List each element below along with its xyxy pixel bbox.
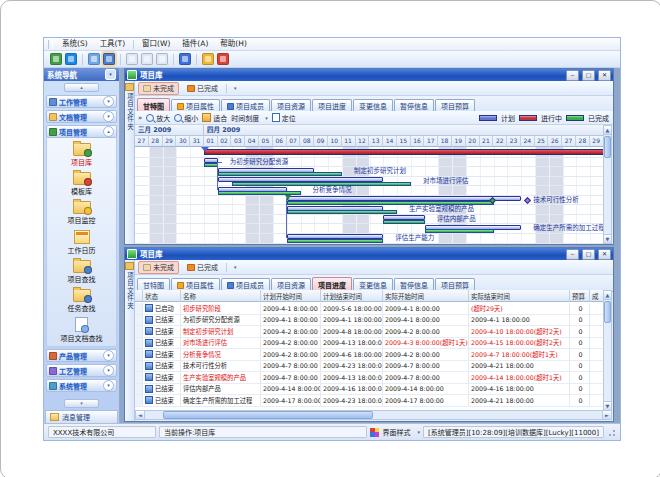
- menu-item-4[interactable]: 插件(A): [176, 38, 214, 50]
- scroll-thumb[interactable]: [163, 411, 373, 419]
- gantt-actual-bar-为初步研究分配资源[interactable]: [204, 163, 218, 167]
- table-window-side-tab[interactable]: 项目文件夹: [125, 260, 135, 421]
- tab-项目进度[interactable]: 项目进度: [312, 277, 352, 291]
- doc-delete-icon[interactable]: [156, 53, 168, 65]
- filter-已完成[interactable]: 已完成: [182, 261, 223, 274]
- chevron-down-icon[interactable]: ▾: [103, 380, 114, 391]
- sidebar-group-工作管理[interactable]: 工作管理▾: [46, 95, 117, 108]
- exit-icon[interactable]: [217, 53, 229, 65]
- menu-item-5[interactable]: 帮助(H): [214, 38, 253, 50]
- chevron-down-icon[interactable]: ▾: [103, 96, 114, 107]
- menu-item-2[interactable]: 工具(T): [94, 38, 131, 50]
- sidebar-collapse-bottom-button[interactable]: ▾: [64, 399, 99, 408]
- message-management-tab[interactable]: 消息管理: [45, 410, 118, 424]
- scroll-thumb[interactable]: [604, 136, 611, 158]
- restore-button[interactable]: ▢: [582, 249, 595, 260]
- gantt-vertical-scrollbar[interactable]: ▲▼: [603, 125, 612, 244]
- fit-button[interactable]: 适合: [202, 113, 227, 123]
- ui-style-dropdown-arrow[interactable]: ▾: [417, 429, 420, 435]
- filter-overflow-arrow[interactable]: ▾: [234, 264, 237, 270]
- sidebar-item-工作日历[interactable]: 工作日历: [68, 227, 96, 255]
- gantt-actual-bar-生产实验室规模的产品[interactable]: [287, 210, 397, 214]
- lock-icon[interactable]: [202, 53, 214, 65]
- sidebar-item-项目监控[interactable]: 项目监控: [68, 198, 96, 225]
- save-icon[interactable]: [103, 53, 115, 65]
- table-row[interactable]: 已结束对市场进行评估2009-4-2 8:00:002009-4-13 18:0…: [135, 338, 604, 350]
- scroll-up-button[interactable]: ▲: [604, 291, 611, 300]
- gantt-chart-area[interactable]: 为初步研究分配资源制定初步研究计划对市场进行评估分析竞争情况技术可行性分析生产实…: [135, 147, 604, 244]
- scroll-down-button[interactable]: ▼: [604, 234, 611, 243]
- sidebar-item-模板库[interactable]: 模板库: [71, 169, 92, 196]
- sidebar-group-工艺管理[interactable]: 工艺管理▾: [46, 364, 117, 377]
- zoom-out-button[interactable]: 缩小: [174, 113, 198, 123]
- column-header-实际结束时间[interactable]: 实际结束时间: [469, 290, 570, 302]
- table-row[interactable]: 已结束生产实验室规模的产品2009-4-7 8:00:002009-4-13 1…: [135, 372, 604, 384]
- table-horizontal-scrollbar[interactable]: ◄►: [135, 410, 612, 420]
- open-folder-icon[interactable]: [88, 53, 100, 65]
- doc-new-icon[interactable]: [126, 53, 138, 65]
- scroll-left-button[interactable]: ◄: [136, 411, 145, 419]
- scroll-right-button[interactable]: ►: [602, 411, 611, 419]
- resize-grip[interactable]: [607, 428, 616, 437]
- chevron-down-icon[interactable]: ▾: [103, 111, 114, 122]
- table-vertical-scrollbar[interactable]: ▲▼: [603, 290, 612, 411]
- gantt-bar-初步研究阶段[interactable]: [204, 149, 604, 155]
- gantt-window-side-tab[interactable]: 项目文件夹: [125, 81, 135, 244]
- chevron-down-icon[interactable]: ▾: [103, 350, 114, 361]
- column-header-状态[interactable]: 状态: [143, 290, 181, 302]
- table-row[interactable]: 已启动初步研究阶段2009-4-1 8:00:002009-5-6 18:00:…: [135, 303, 604, 315]
- sidebar-pin-button[interactable]: ▾: [105, 69, 116, 80]
- scroll-thumb[interactable]: [604, 301, 611, 323]
- menu-item-1[interactable]: 系统(S): [56, 38, 94, 50]
- filter-overflow-arrow[interactable]: ▾: [234, 85, 237, 91]
- time-scale-dropdown[interactable]: 时间刻度▾: [231, 113, 268, 123]
- sidebar-group-系统管理[interactable]: 系统管理▾: [46, 379, 117, 392]
- column-header-计划结束时间[interactable]: 计划结束时间: [321, 290, 383, 302]
- sidebar-group-文档管理[interactable]: 文档管理▾: [46, 110, 117, 123]
- menu-item-3[interactable]: 窗口(W): [136, 38, 176, 50]
- close-button[interactable]: ✕: [598, 70, 611, 81]
- minimize-button[interactable]: ‒: [566, 70, 579, 81]
- table-row[interactable]: 已结束确定生产所需的加工过程2009-4-17 8:00:002009-4-23…: [135, 395, 604, 407]
- gantt-actual-bar-制定初步研究计划[interactable]: [218, 172, 342, 176]
- sidebar-item-项目文档查找[interactable]: 项目文档查找: [61, 315, 103, 343]
- filter-未完成[interactable]: 未完成: [138, 82, 179, 95]
- toolbar-overflow-button[interactable]: »: [138, 114, 142, 122]
- ui-style-label[interactable]: 界面样式: [382, 427, 410, 437]
- table-row[interactable]: 已结束评估内部产品2009-4-14 8:00:002009-4-16 18:0…: [135, 384, 604, 396]
- column-header-预算[interactable]: 预算: [570, 290, 590, 302]
- minimize-button[interactable]: ‒: [566, 249, 579, 260]
- table-row[interactable]: 已结束技术可行性分析2009-4-7 8:00:002009-4-23 18:0…: [135, 361, 604, 373]
- locate-button[interactable]: 定位: [272, 113, 296, 123]
- column-header-计划开始时间[interactable]: 计划开始时间: [261, 290, 321, 302]
- chevron-up-icon[interactable]: ▴: [103, 126, 114, 137]
- table-window-title-bar[interactable]: 项目库‒▢✕: [125, 248, 613, 260]
- doc-edit-icon[interactable]: [141, 53, 153, 65]
- sidebar-item-任务查找[interactable]: 任务查找: [68, 286, 96, 313]
- sidebar-group-产品管理[interactable]: 产品管理▾: [46, 349, 117, 362]
- sidebar-item-项目查找[interactable]: 项目查找: [68, 257, 96, 284]
- scroll-down-button[interactable]: ▼: [604, 401, 611, 410]
- gantt-actual-bar-评估内部产品[interactable]: [383, 220, 424, 224]
- tab-甘特图[interactable]: 甘特图: [137, 98, 170, 112]
- sidebar-collapse-top-button[interactable]: ▴: [64, 83, 99, 92]
- system-monitor-icon[interactable]: [50, 53, 62, 65]
- restore-button[interactable]: ▢: [582, 70, 595, 81]
- menu-grip[interactable]: [48, 40, 53, 49]
- scroll-up-button[interactable]: ▲: [604, 126, 611, 135]
- column-header-实际开始时间[interactable]: 实际开始时间: [383, 290, 469, 302]
- globe-icon[interactable]: [65, 53, 77, 65]
- table-row[interactable]: 已结束分析竞争情况2009-4-2 8:00:002009-4-6 18:00:…: [135, 349, 604, 361]
- table-row[interactable]: 已结束为初步研究分配资源2009-4-1 8:00:002009-4-1 18:…: [135, 315, 604, 327]
- column-header-名称[interactable]: 名称: [181, 290, 261, 302]
- chevron-down-icon[interactable]: ▾: [103, 365, 114, 376]
- help-icon[interactable]: [179, 53, 191, 65]
- table-row[interactable]: 已结束制定初步研究计划2009-4-2 8:00:002009-4-8 18:0…: [135, 326, 604, 338]
- column-header-成[interactable]: 成: [590, 290, 604, 302]
- gantt-window-title-bar[interactable]: 项目库‒▢✕: [125, 69, 613, 81]
- zoom-in-button[interactable]: 放大: [146, 113, 170, 123]
- sidebar-group-项目管理[interactable]: 项目管理▴: [46, 125, 117, 138]
- filter-未完成[interactable]: 未完成: [138, 261, 179, 274]
- gantt-actual-bar-评估生产能力[interactable]: [287, 239, 384, 243]
- sidebar-item-项目库[interactable]: 项目库: [71, 140, 92, 167]
